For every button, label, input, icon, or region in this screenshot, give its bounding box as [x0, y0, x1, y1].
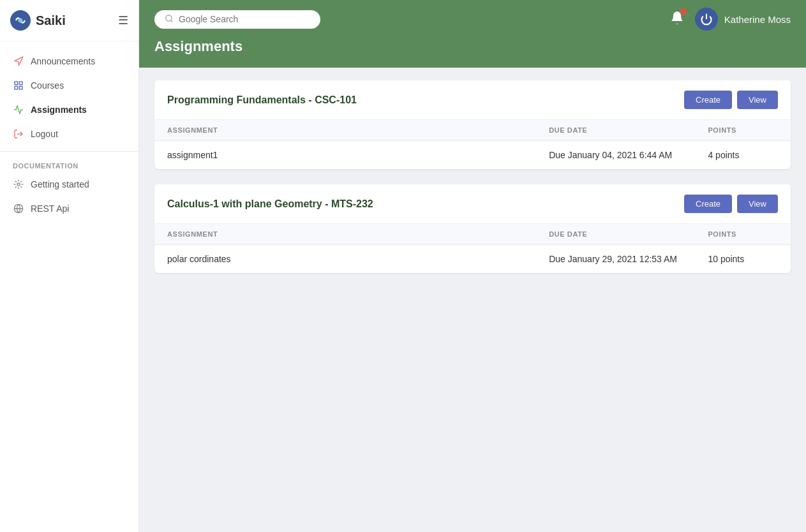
svg-point-7 [17, 183, 20, 186]
logo-area: Saiki [10, 10, 66, 31]
notification-badge [680, 8, 687, 15]
sidebar-item-assignments[interactable]: Assignments [0, 98, 138, 122]
doc-section-label: DOCUMENTATION [0, 157, 138, 172]
svg-rect-2 [15, 82, 18, 85]
view-button-csc101[interactable]: View [737, 91, 778, 109]
page-title: Assignments [154, 38, 791, 55]
course-title-mts232: Calculus-1 with plane Geometry - MTS-232 [167, 198, 373, 210]
svg-rect-5 [19, 86, 22, 89]
nav-items: Announcements Courses Assignments Logout… [0, 41, 138, 228]
course-title-csc101: Programming Fundamentals - CSC-101 [167, 94, 357, 106]
logo-icon [10, 10, 31, 31]
col-header-due-csc101: DUE DATE [536, 120, 695, 141]
search-icon [165, 14, 174, 25]
points-cell: 10 points [695, 245, 791, 274]
bell-icon[interactable] [669, 10, 685, 28]
getting-started-icon [13, 179, 24, 190]
course-card-header-mts232: Calculus-1 with plane Geometry - MTS-232… [154, 184, 791, 224]
view-button-mts232[interactable]: View [737, 195, 778, 213]
user-name: Katherine Moss [724, 14, 791, 25]
sidebar-item-logout[interactable]: Logout [0, 122, 138, 146]
content-area: Programming Fundamentals - CSC-101 Creat… [139, 68, 806, 532]
logout-icon [13, 128, 24, 140]
course-card-mts232: Calculus-1 with plane Geometry - MTS-232… [154, 184, 791, 273]
assignments-table-csc101: ASSIGNMENT DUE DATE POINTS assignment1 D… [154, 120, 791, 169]
table-row: assignment1 Due January 04, 2021 6:44 AM… [154, 141, 791, 170]
header: Katherine Moss [139, 0, 806, 38]
due-date-cell: Due January 04, 2021 6:44 AM [536, 141, 695, 170]
assignment-name-cell: assignment1 [154, 141, 536, 170]
user-avatar [695, 8, 718, 31]
assignments-icon [13, 104, 24, 115]
sidebar: Saiki ☰ Announcements Courses Assignment… [0, 0, 139, 532]
sidebar-item-getting-started[interactable]: Getting started [0, 172, 138, 196]
col-header-points-mts232: POINTS [695, 224, 791, 245]
sidebar-item-courses[interactable]: Courses [0, 73, 138, 98]
logo-text: Saiki [36, 13, 66, 28]
svg-point-1 [18, 18, 22, 22]
course-card-csc101: Programming Fundamentals - CSC-101 Creat… [154, 80, 791, 169]
course-card-header-csc101: Programming Fundamentals - CSC-101 Creat… [154, 80, 791, 120]
create-button-csc101[interactable]: Create [684, 91, 732, 109]
col-header-assignment-csc101: ASSIGNMENT [154, 120, 536, 141]
due-date-cell: Due January 29, 2021 12:53 AM [536, 245, 695, 274]
create-button-mts232[interactable]: Create [684, 195, 732, 213]
svg-rect-4 [15, 86, 18, 89]
col-header-points-csc101: POINTS [695, 120, 791, 141]
svg-line-10 [171, 20, 173, 22]
table-row: polar cordinates Due January 29, 2021 12… [154, 245, 791, 274]
main-area: Katherine Moss Assignments Programming F… [139, 0, 806, 532]
points-cell: 4 points [695, 141, 791, 170]
rest-api-icon [13, 203, 24, 214]
course-actions-csc101: Create View [684, 91, 778, 109]
sidebar-item-rest-api[interactable]: REST Api [0, 196, 138, 221]
assignments-table-mts232: ASSIGNMENT DUE DATE POINTS polar cordina… [154, 224, 791, 273]
col-header-assignment-mts232: ASSIGNMENT [154, 224, 536, 245]
course-actions-mts232: Create View [684, 195, 778, 213]
header-right: Katherine Moss [669, 8, 791, 31]
table-header-row-csc101: ASSIGNMENT DUE DATE POINTS [154, 120, 791, 141]
hamburger-button[interactable]: ☰ [118, 13, 128, 27]
search-input[interactable] [179, 14, 310, 24]
assignment-name-cell: polar cordinates [154, 245, 536, 274]
sidebar-header: Saiki ☰ [0, 0, 138, 41]
announcements-icon [13, 55, 24, 67]
sidebar-item-announcements[interactable]: Announcements [0, 49, 138, 73]
svg-rect-3 [19, 82, 22, 85]
courses-icon [13, 80, 24, 91]
svg-point-9 [166, 15, 172, 20]
search-bar[interactable] [154, 10, 320, 29]
page-title-bar: Assignments [139, 38, 806, 68]
table-header-row-mts232: ASSIGNMENT DUE DATE POINTS [154, 224, 791, 245]
user-area[interactable]: Katherine Moss [695, 8, 791, 31]
nav-divider [0, 151, 138, 152]
col-header-due-mts232: DUE DATE [536, 224, 695, 245]
